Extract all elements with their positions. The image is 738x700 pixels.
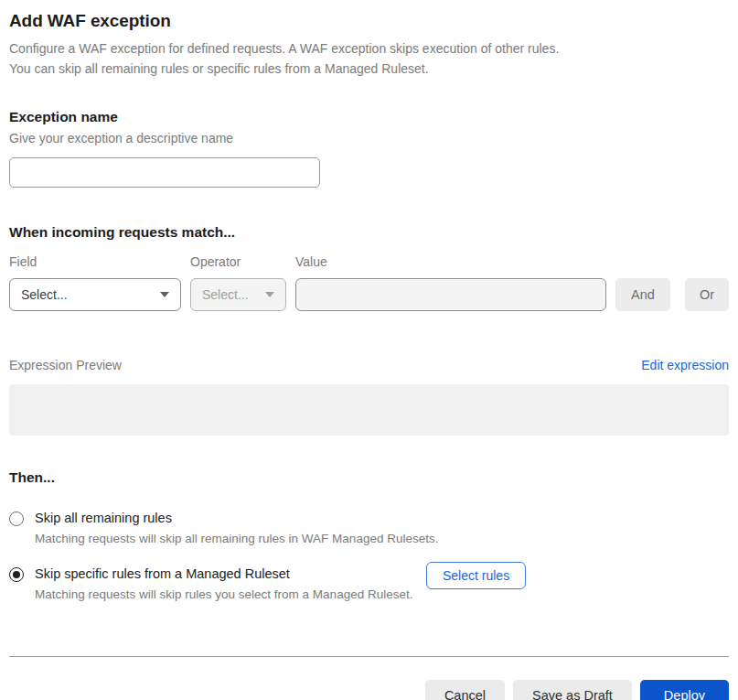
match-heading: When incoming requests match... (9, 224, 729, 241)
then-section: Then... Skip all remaining rules Matchin… (9, 469, 729, 601)
option-label: Skip specific rules from a Managed Rules… (35, 566, 412, 581)
exception-name-hint: Give your exception a descriptive name (9, 131, 729, 145)
match-row: Field Select... Operator Select... Value… (9, 254, 729, 311)
page-description-line1: Configure a WAF exception for defined re… (9, 38, 729, 59)
value-label: Value (295, 254, 606, 269)
page-title: Add WAF exception (9, 11, 729, 31)
chevron-down-icon (265, 292, 274, 297)
page-description: Configure a WAF exception for defined re… (9, 38, 729, 79)
exception-name-section: Exception name Give your exception a des… (9, 109, 729, 188)
footer-divider (9, 656, 729, 657)
operator-select-value: Select... (202, 287, 249, 302)
select-rules-button[interactable]: Select rules (426, 562, 526, 589)
operator-label: Operator (190, 254, 286, 269)
value-column: Value (295, 254, 606, 311)
and-button[interactable]: And (615, 278, 670, 311)
option-text: Skip specific rules from a Managed Rules… (35, 566, 412, 601)
save-as-draft-button[interactable]: Save as Draft (513, 680, 632, 700)
expression-preview-header: Expression Preview Edit expression (9, 358, 729, 372)
option-label: Skip all remaining rules (35, 511, 438, 525)
edit-expression-link[interactable]: Edit expression (641, 358, 729, 372)
field-column: Field Select... (9, 254, 181, 311)
exception-name-label: Exception name (9, 109, 729, 125)
deploy-button[interactable]: Deploy (640, 680, 729, 700)
radio-option-skip-all-remaining-rules[interactable]: Skip all remaining rules Matching reques… (9, 511, 729, 545)
value-input[interactable] (295, 278, 606, 311)
radio-option-skip-specific-rules[interactable]: Skip specific rules from a Managed Rules… (9, 566, 729, 601)
then-heading: Then... (9, 469, 729, 486)
field-select-value: Select... (21, 287, 68, 302)
operator-select[interactable]: Select... (190, 278, 286, 311)
chevron-down-icon (160, 292, 169, 297)
radio-selected-icon[interactable] (9, 567, 24, 582)
footer-actions: Cancel Save as Draft Deploy (9, 680, 729, 700)
exception-name-input[interactable] (9, 157, 320, 188)
expression-preview-label: Expression Preview (9, 358, 122, 372)
cancel-button[interactable]: Cancel (425, 680, 505, 700)
add-waf-exception-form: Add WAF exception Configure a WAF except… (0, 0, 738, 700)
expression-preview-section: Expression Preview Edit expression (9, 358, 729, 436)
or-button[interactable]: Or (685, 278, 729, 311)
field-label: Field (9, 254, 181, 269)
radio-unselected-icon[interactable] (9, 512, 24, 526)
page-description-line2: You can skip all remaining rules or spec… (9, 59, 729, 79)
field-select[interactable]: Select... (9, 278, 181, 311)
expression-preview-box (9, 384, 729, 436)
operator-column: Operator Select... (190, 254, 286, 311)
option-text: Skip all remaining rules Matching reques… (35, 511, 438, 545)
option-description: Matching requests will skip rules you se… (35, 587, 412, 601)
option-description: Matching requests will skip all remainin… (35, 532, 438, 545)
match-builder-section: When incoming requests match... Field Se… (9, 224, 729, 311)
